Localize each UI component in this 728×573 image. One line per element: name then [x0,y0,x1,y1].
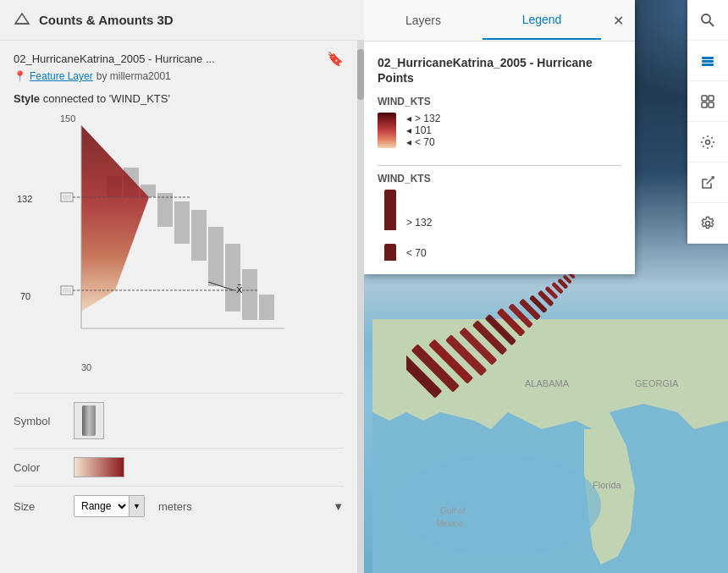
panel-title: Counts & Amounts 3D [39,13,174,27]
svg-rect-55 [709,96,714,101]
svg-text:Florida: Florida [593,480,622,490]
height-bar-small [384,244,396,261]
svg-text:x̄: x̄ [236,283,243,295]
height-section: WIND_KTS > 132 < 70 [378,173,621,261]
color-label: Color [14,461,60,474]
settings-toolbar-button[interactable] [687,122,728,163]
legend-tabs: Layers Legend ✕ [364,0,635,41]
size-select[interactable]: Range [74,497,129,515]
layer-name: 02_HurricaneKatrina_2005 - Hurricane ... [14,52,215,65]
pin-icon: 📍 [14,70,26,82]
svg-rect-6 [174,201,190,244]
size-select-wrapper[interactable]: Range ▼ [74,495,145,517]
layer-row: 02_HurricaneKatrina_2005 - Hurricane ...… [14,51,344,67]
legend-panel: Layers Legend ✕ 02_HurricaneKatrina_2005… [364,0,635,274]
svg-rect-15 [63,195,71,200]
color-ramp-bar [378,113,396,148]
svg-rect-7 [191,210,207,261]
svg-rect-35 [445,334,487,376]
export-toolbar-button[interactable] [687,163,728,203]
feature-layer-by: by millerma2001 [97,70,171,82]
legend-layer-title: 02_HurricaneKatrina_2005 - Hurricane Poi… [378,55,621,85]
style-connected: connected to 'WIND_KTS' [43,92,170,105]
svg-rect-11 [259,295,274,320]
config-toolbar-button[interactable] [687,203,728,244]
feature-layer-row: 📍 Feature Layer by millerma2001 [14,70,344,82]
svg-rect-52 [702,60,714,63]
svg-point-58 [706,140,710,144]
svg-rect-56 [702,102,707,107]
svg-marker-12 [81,125,149,311]
chart-y-70: 70 [20,291,30,301]
ramp-arrow-top: ◂ [406,113,411,124]
svg-marker-0 [15,14,29,24]
height-label-1: < 70 [406,247,427,261]
right-toolbar [687,0,728,244]
svg-rect-51 [702,57,714,59]
panel-content: 02_HurricaneKatrina_2005 - Hurricane ...… [0,41,357,573]
height-bar-large [384,190,396,230]
legend-close-button[interactable]: ✕ [601,0,635,41]
svg-point-59 [706,221,710,225]
symbol-row: Symbol [14,393,344,448]
svg-rect-9 [225,244,240,311]
tab-legend[interactable]: Legend [483,1,601,40]
feature-layer-link[interactable]: Feature Layer [30,70,93,82]
height-item-1: < 70 [384,244,621,261]
color-ramp-labels: ◂ > 132 ◂ 101 ◂ < 70 [406,113,440,148]
svg-point-26 [398,455,601,556]
size-label: Size [14,500,60,513]
scroll-track[interactable] [357,41,364,573]
chart-y-132: 132 [17,194,32,204]
height-items: > 132 < 70 [378,190,621,261]
svg-rect-54 [702,96,707,101]
chart-svg: x̄ [39,125,344,371]
legend-content: 02_HurricaneKatrina_2005 - Hurricane Poi… [364,41,635,274]
ramp-label-bot: ◂ < 70 [406,136,440,148]
svg-point-49 [702,14,710,23]
height-field-label: WIND_KTS [378,173,621,185]
height-item-0: > 132 [384,190,621,230]
chart-container: 150 132 70 [14,113,344,376]
svg-text:Mexico: Mexico [436,519,463,528]
color-preview[interactable] [74,457,124,477]
panel-header: Counts & Amounts 3D [0,0,364,41]
size-expand-icon[interactable]: ▼ [333,500,344,513]
symbol-preview[interactable] [74,402,104,439]
right-side: ALABAMA GEORGIA Florida Gulf of Mexico [364,0,728,573]
tab-layers[interactable]: Layers [364,2,483,39]
svg-rect-5 [157,193,173,227]
svg-rect-53 [702,63,714,66]
chart-top-label: 150 [60,113,75,124]
svg-text:Gulf of: Gulf of [440,506,466,515]
grid-toolbar-button[interactable] [687,81,728,122]
legend-divider [378,165,621,166]
panel-header-icon [14,10,30,30]
color-field-label: WIND_KTS [378,96,621,107]
bookmark-icon[interactable]: 🔖 [327,51,344,67]
symbol-label: Symbol [14,415,60,427]
left-panel: Counts & Amounts 3D 02_HurricaneKatrina_… [0,0,364,573]
scroll-thumb[interactable] [357,49,364,100]
ramp-arrow-bot: ◂ [406,136,411,148]
ramp-arrow-mid: ◂ [406,124,411,136]
ramp-label-mid: ◂ 101 [406,124,440,136]
svg-rect-10 [242,269,257,320]
ramp-label-top: ◂ > 132 [406,113,440,124]
svg-rect-18 [63,288,71,293]
size-unit: meters [158,500,192,513]
layers-toolbar-button[interactable] [687,41,728,81]
height-label-0: > 132 [406,217,432,230]
svg-line-50 [709,22,714,26]
chart-bottom-label: 30 [81,362,91,372]
svg-rect-8 [208,227,223,286]
search-toolbar-button[interactable] [687,0,728,41]
color-ramp-section: ◂ > 132 ◂ 101 ◂ < 70 [378,113,621,148]
size-dropdown-btn[interactable]: ▼ [129,496,144,516]
color-row: Color [14,448,344,486]
style-label: Style connected to 'WIND_KTS' [14,92,344,105]
svg-rect-57 [709,102,714,107]
size-row: Size Range ▼ meters ▼ [14,486,344,526]
